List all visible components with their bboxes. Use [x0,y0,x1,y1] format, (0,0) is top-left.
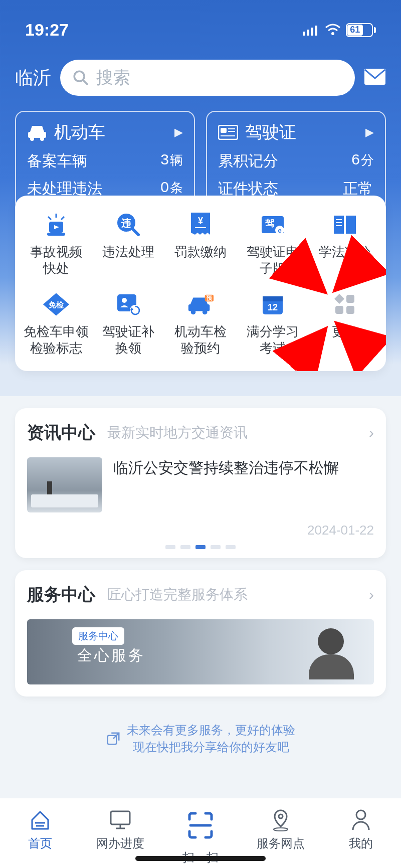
diamond-badge-icon: 免检 [42,290,70,318]
svc-more[interactable]: 更多 [309,290,381,356]
svc-fine-payment[interactable]: ¥ 罚款缴纳 [164,211,237,276]
license-row2-value: 正常 [343,180,373,197]
svg-text:违: 违 [121,218,131,229]
book-icon [331,211,359,239]
news-subtitle: 最新实时地方交通资讯 [107,423,357,442]
svc-label: 罚款缴纳 [174,244,227,260]
news-header[interactable]: 资讯中心 最新实时地方交通资讯 › [15,408,386,457]
car-appt-icon: 预 [186,290,215,318]
svc-label: 驾驶证补 换领 [102,323,154,356]
wifi-icon [325,20,341,40]
id-card-icon [218,125,238,140]
svg-text:预: 预 [206,295,213,301]
svg-rect-1 [307,30,309,36]
svg-line-6 [83,80,87,84]
svg-text:免检: 免检 [48,300,64,309]
calendar-12-icon: 12 [259,290,287,318]
services-grid: 事故视频 快处 违 违法处理 ¥ 罚款缴纳 驾e 驾驶证电 子版 学法减分 免检… [20,211,381,356]
news-item-title: 临沂公安交警持续整治违停不松懈 [113,457,374,478]
e-license-icon: 驾e [259,211,287,239]
city-selector[interactable]: 临沂 [15,66,51,90]
status-bar: 19:27 61 [15,20,386,50]
home-indicator [135,856,266,861]
battery-icon: 61 [346,23,376,37]
svc-vehicle-inspection[interactable]: 预 机动车检 验预约 [164,290,237,356]
person-refresh-icon [114,290,142,318]
svg-point-10 [40,137,44,141]
svg-rect-3 [315,26,317,36]
svg-rect-0 [303,32,305,36]
vehicle-row1-value: 3 [160,151,169,167]
svg-text:驾: 驾 [265,218,274,228]
search-input[interactable]: 搜索 [60,60,355,96]
svg-line-24 [132,229,138,235]
svg-rect-60 [111,811,130,824]
service-banner[interactable]: 服务中心 全心服务 [27,619,374,684]
svc-inspection-exempt[interactable]: 免检 免检车申领 检验标志 [20,290,92,356]
mail-icon[interactable] [364,68,386,87]
tab-label: 我的 [349,835,373,851]
more-grid-icon [331,290,359,318]
news-item[interactable]: 临沂公安交警持续整治违停不松懈 [15,457,386,519]
svc-label: 学法减分 [319,244,371,260]
svg-line-20 [61,217,64,220]
person-icon [348,807,373,832]
tab-bar: 首页 网办进度 扫一扫 服务网点 我的 [0,798,401,868]
svg-point-40 [191,310,196,315]
tab-progress[interactable]: 网办进度 [80,807,160,851]
svg-rect-12 [221,128,227,133]
tab-service-points[interactable]: 服务网点 [241,807,321,851]
license-row1-value: 6 [351,151,360,167]
svg-point-36 [122,298,127,303]
svc-accident-video[interactable]: 事故视频 快处 [20,211,92,276]
chevron-right-icon: › [369,586,374,603]
news-section: 资讯中心 最新实时地方交通资讯 › 临沂公安交警持续整治违停不松懈 2024-0… [15,408,386,558]
svg-point-64 [279,814,283,818]
share-icon [106,731,121,746]
svc-license-replace[interactable]: 驾驶证补 换领 [92,290,164,356]
svc-label: 满分学习 考试 [247,323,299,356]
license-row1-label: 累积记分 [218,151,278,171]
svg-rect-21 [47,233,65,236]
monitor-icon [108,807,133,832]
license-row1-unit: 分 [361,152,374,167]
service-center-section: 服务中心 匠心打造完整服务体系 › 服务中心 全心服务 [15,570,386,697]
svc-label: 违法处理 [102,244,154,260]
svg-point-4 [331,32,334,35]
svc-violation-handle[interactable]: 违 违法处理 [92,211,164,276]
carousel-dots [15,545,386,558]
svc-label: 驾驶证电 子版 [247,244,299,276]
tab-label: 服务网点 [257,835,305,851]
svc-study-reduce[interactable]: 学法减分 [309,211,381,276]
svg-rect-39 [188,304,210,311]
tab-label: 网办进度 [96,835,144,851]
status-right: 61 [303,20,376,40]
svc-full-score-study[interactable]: 12 满分学习 考试 [237,290,309,356]
svg-rect-45 [263,296,283,301]
scan-icon [179,804,222,846]
search-icon [72,69,89,86]
svg-rect-50 [346,306,354,314]
banner-text: 全心服务 [77,645,145,666]
svg-text:12: 12 [268,302,278,312]
chevron-right-icon: ▶ [365,126,374,139]
search-row: 临沂 搜索 [15,60,386,96]
svg-rect-49 [335,306,343,314]
vehicle-row1-unit: 辆 [170,152,183,167]
svg-text:e: e [278,227,281,234]
tab-label: 首页 [28,835,52,851]
svg-rect-48 [346,295,354,303]
svg-marker-47 [334,294,344,304]
footer-promo: 未来会有更多服务，更好的体验 现在快把我分享给你的好友吧 [15,722,386,755]
tab-mine[interactable]: 我的 [321,807,401,851]
tab-home[interactable]: 首页 [0,807,80,851]
svc-label: 更多 [332,323,358,340]
footer-promo-text: 未来会有更多服务，更好的体验 现在快把我分享给你的好友吧 [127,722,295,755]
service-center-title: 服务中心 [27,583,95,606]
svc-e-license[interactable]: 驾e 驾驶证电 子版 [237,211,309,276]
news-item-date: 2024-01-22 [15,519,386,545]
services-card: 事故视频 快处 违 违法处理 ¥ 罚款缴纳 驾e 驾驶证电 子版 学法减分 免检… [15,196,386,371]
service-center-header[interactable]: 服务中心 匠心打造完整服务体系 › [15,570,386,619]
car-icon [27,124,47,141]
svg-rect-8 [28,132,46,138]
